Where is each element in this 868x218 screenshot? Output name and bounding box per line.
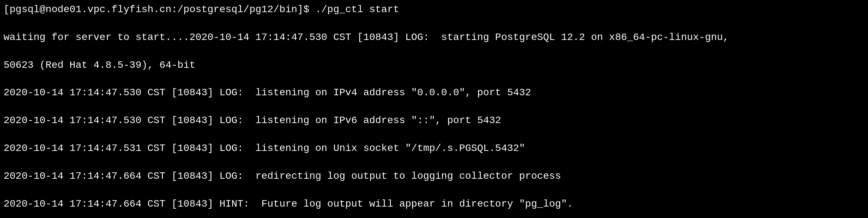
terminal-line: [pgsql@node01.vpc.flyfish.cn:/postgresql…	[4, 3, 864, 17]
terminal-line: 2020-10-14 17:14:47.530 CST [10843] LOG:…	[4, 114, 864, 128]
terminal-window[interactable]: [pgsql@node01.vpc.flyfish.cn:/postgresql…	[4, 3, 864, 215]
terminal-line: 2020-10-14 17:14:47.664 CST [10843] HINT…	[4, 197, 864, 211]
terminal-line: 50623 (Red Hat 4.8.5-39), 64-bit	[4, 59, 864, 72]
terminal-line: 2020-10-14 17:14:47.531 CST [10843] LOG:…	[4, 142, 864, 156]
terminal-line: waiting for server to start....2020-10-1…	[4, 31, 864, 45]
terminal-line: 2020-10-14 17:14:47.530 CST [10843] LOG:…	[4, 86, 864, 100]
terminal-line: 2020-10-14 17:14:47.664 CST [10843] LOG:…	[4, 169, 864, 183]
